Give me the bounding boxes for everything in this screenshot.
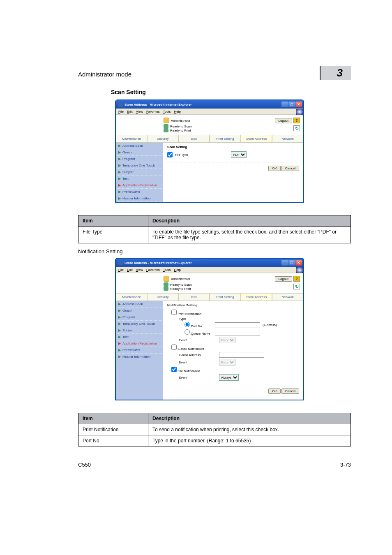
sidebar-item-temporary[interactable]: ▶Temporary One-Touch [116, 321, 163, 327]
close-button[interactable]: ✕ [295, 102, 302, 107]
type-label: Type [167, 317, 217, 321]
ie-title: Store Address - Microsoft Internet Explo… [125, 261, 192, 265]
sidebar-item-label: Address Book [122, 302, 143, 306]
refresh-button[interactable]: ↻ [293, 125, 300, 131]
print-status-icon [164, 128, 168, 132]
sidebar-item-application-registration[interactable]: ▶Application Registration [116, 340, 163, 347]
tab-maintenance[interactable]: Maintenance [116, 135, 147, 142]
port-no-radio[interactable] [184, 322, 190, 327]
logout-button[interactable]: Logout [275, 276, 292, 282]
sidebar-item-group[interactable]: ▶Group [116, 308, 163, 314]
minimize-button[interactable]: _ [281, 102, 288, 107]
minimize-button[interactable]: _ [281, 260, 288, 266]
tab-print-setting[interactable]: Print Setting [210, 135, 241, 142]
tab-store-address[interactable]: Store Address [241, 135, 272, 142]
table-header-description: Description [148, 413, 351, 424]
queue-name-input[interactable] [215, 330, 260, 335]
footer-page: 3-73 [340, 462, 351, 468]
sidebar-item-label: Prefix/Suffix [122, 190, 140, 194]
menu-file[interactable]: File [118, 268, 124, 272]
ie-throbber-icon [296, 109, 303, 115]
scan-status: Ready to Scan [170, 125, 191, 128]
help-button[interactable]: ? [293, 276, 300, 282]
ok-button[interactable]: OK [268, 388, 281, 394]
sidebar-item-program[interactable]: ▶Program [116, 314, 163, 321]
print-notification-checkbox[interactable] [171, 310, 177, 315]
admin-mode-label: Administrator [171, 119, 190, 123]
sidebar-item-subject[interactable]: ▶Subject [116, 327, 163, 334]
sidebar-item-address-book[interactable]: ▶Address Book [116, 143, 163, 149]
ok-button[interactable]: OK [268, 166, 281, 171]
help-button[interactable]: ? [293, 118, 300, 123]
event-label: Event [167, 338, 217, 342]
tab-security[interactable]: Security [147, 135, 178, 142]
sidebar-item-label: Group [122, 309, 131, 312]
sidebar-item-text[interactable]: ▶Text [116, 334, 163, 340]
sidebar-item-text[interactable]: ▶Text [116, 176, 163, 182]
tab-box[interactable]: Box [178, 135, 210, 142]
tab-security[interactable]: Security [147, 293, 178, 301]
table-header-item: Item [78, 215, 148, 227]
sidebar-item-label: Program [122, 157, 135, 161]
sidebar-item-header-info[interactable]: ▶Header Information [116, 195, 163, 202]
tab-box[interactable]: Box [178, 293, 210, 301]
refresh-button[interactable]: ↻ [293, 284, 300, 289]
tab-network[interactable]: Network [272, 293, 303, 301]
file-type-checkbox[interactable] [167, 152, 173, 157]
cancel-button[interactable]: Cancel [281, 166, 299, 171]
email-address-input[interactable] [219, 352, 264, 358]
maximize-button[interactable]: □ [288, 260, 295, 266]
queue-name-radio[interactable] [184, 329, 190, 335]
tab-network[interactable]: Network [272, 135, 303, 142]
sidebar: ▶Address Book ▶Group ▶Program ▶Temporary… [116, 143, 163, 202]
menu-edit[interactable]: Edit [127, 268, 133, 272]
file-event-select[interactable]: Always [219, 374, 239, 381]
email-event-select[interactable]: Error [219, 359, 235, 365]
maximize-button[interactable]: □ [288, 102, 295, 107]
table-cell: Type in the port number. (Range: 1 to 65… [148, 435, 351, 446]
menu-tools[interactable]: Tools [163, 268, 171, 272]
ie-logo-icon [118, 261, 123, 265]
sidebar-item-label: Header Information [122, 197, 150, 200]
close-button[interactable]: ✕ [295, 260, 302, 266]
sidebar-item-label: Group [122, 150, 131, 154]
port-no-input[interactable] [215, 322, 260, 328]
sidebar-item-temporary[interactable]: ▶Temporary One-Touch [116, 162, 163, 169]
tab-maintenance[interactable]: Maintenance [116, 293, 147, 301]
email-notification-checkbox[interactable] [171, 345, 177, 350]
print-event-select[interactable]: Error [219, 337, 235, 343]
sidebar-item-prefix-suffix[interactable]: ▶Prefix/Suffix [116, 347, 163, 354]
menu-favorites[interactable]: Favorites [146, 268, 160, 272]
sidebar-item-group[interactable]: ▶Group [116, 149, 163, 156]
menu-tools[interactable]: Tools [163, 110, 171, 113]
sidebar-item-label: Subject [122, 170, 134, 174]
cancel-button[interactable]: Cancel [281, 388, 299, 394]
menu-edit[interactable]: Edit [127, 110, 133, 113]
scan-status-icon [164, 124, 168, 128]
notification-description-table: Item Description Print Notification To s… [78, 413, 351, 446]
file-notification-checkbox[interactable] [171, 367, 177, 372]
tab-store-address[interactable]: Store Address [241, 293, 272, 301]
tab-print-setting[interactable]: Print Setting [210, 293, 241, 301]
scan-form-title: Scan Setting [167, 145, 299, 149]
ie-title: Store Address - Microsoft Internet Explo… [125, 103, 192, 106]
sidebar-item-prefix-suffix[interactable]: ▶Prefix/Suffix [116, 189, 163, 195]
sidebar-item-header-info[interactable]: ▶Header Information [116, 354, 163, 360]
section-scan-title: Scan Setting [111, 89, 351, 95]
ie-titlebar: Store Address - Microsoft Internet Explo… [116, 100, 303, 109]
menu-help[interactable]: Help [174, 110, 181, 113]
scan-status-icon [164, 282, 168, 287]
logout-button[interactable]: Logout [275, 118, 292, 123]
sidebar-item-address-book[interactable]: ▶Address Book [116, 301, 163, 308]
menu-view[interactable]: View [136, 268, 143, 272]
sidebar-item-application-registration[interactable]: ▶Application Registration [116, 182, 163, 189]
sidebar-item-program[interactable]: ▶Program [116, 156, 163, 162]
menu-help[interactable]: Help [174, 268, 181, 272]
sidebar-item-label: Text [122, 177, 129, 180]
menu-favorites[interactable]: Favorites [146, 110, 160, 113]
menu-view[interactable]: View [136, 110, 143, 113]
menu-file[interactable]: File [118, 110, 124, 113]
sidebar-item-subject[interactable]: ▶Subject [116, 169, 163, 176]
file-type-select[interactable]: PDF [231, 151, 247, 158]
print-status: Ready to Print [170, 287, 191, 291]
